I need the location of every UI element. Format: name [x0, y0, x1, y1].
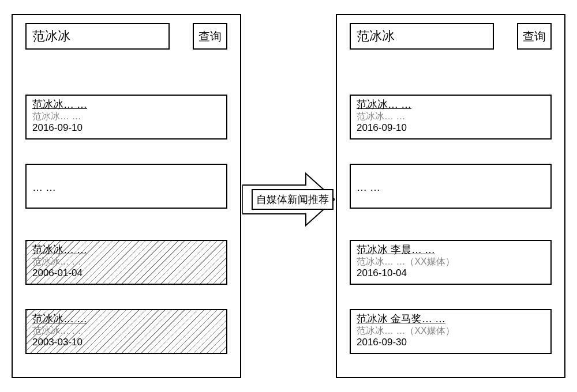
result-date: 2006-01-04 — [32, 267, 220, 279]
result-subtitle: 范冰冰… … — [357, 111, 545, 122]
result-title: 范冰冰… … — [32, 312, 220, 325]
result-subtitle: 范冰冰… …（XX媒体） — [357, 256, 545, 267]
result-date: 2016-09-10 — [32, 122, 220, 134]
result-card-ellipsis: … … — [25, 164, 227, 209]
ellipsis-text: … … — [32, 167, 220, 208]
result-date: 2016-09-10 — [357, 122, 545, 134]
result-title: 范冰冰… … — [32, 98, 220, 111]
panel-before: 范冰冰 查询 范冰冰… … 范冰冰… … 2016-09-10 … … 范冰冰…… — [12, 14, 241, 378]
result-card-stale[interactable]: 范冰冰… … 范冰冰… … 2006-01-04 — [25, 240, 227, 285]
result-title: 范冰冰… … — [32, 243, 220, 256]
transition-arrow: 自媒体新闻推荐 — [242, 171, 335, 228]
result-date: 2003-03-10 — [32, 337, 220, 348]
result-title: 范冰冰 金马奖… … — [357, 312, 545, 325]
result-subtitle: 范冰冰… … — [32, 256, 220, 267]
result-card[interactable]: 范冰冰… … 范冰冰… … 2016-09-10 — [25, 95, 227, 140]
result-card-ellipsis: … … — [350, 164, 552, 209]
search-row: 范冰冰 查询 — [350, 23, 552, 50]
result-card-stale[interactable]: 范冰冰… … 范冰冰… … 2003-03-10 — [25, 309, 227, 354]
arrow-label: 自媒体新闻推荐 — [252, 189, 334, 210]
result-title: 范冰冰 李晨… … — [357, 243, 545, 256]
search-row: 范冰冰 查询 — [25, 23, 227, 50]
result-subtitle: 范冰冰… … — [32, 325, 220, 337]
search-button[interactable]: 查询 — [193, 23, 227, 50]
result-subtitle: 范冰冰… … — [32, 111, 220, 122]
search-input[interactable]: 范冰冰 — [350, 23, 494, 50]
result-title: 范冰冰… … — [357, 98, 545, 111]
search-input[interactable]: 范冰冰 — [25, 23, 170, 50]
result-card-recommended[interactable]: 范冰冰 李晨… … 范冰冰… …（XX媒体） 2016-10-04 — [350, 240, 552, 285]
result-card-recommended[interactable]: 范冰冰 金马奖… … 范冰冰… …（XX媒体） 2016-09-30 — [350, 309, 552, 354]
result-date: 2016-09-30 — [357, 337, 545, 348]
result-card[interactable]: 范冰冰… … 范冰冰… … 2016-09-10 — [350, 95, 552, 140]
panel-after: 范冰冰 查询 范冰冰… … 范冰冰… … 2016-09-10 … … 范冰冰 … — [336, 14, 565, 378]
search-button[interactable]: 查询 — [517, 23, 552, 50]
result-subtitle: 范冰冰… …（XX媒体） — [357, 325, 545, 337]
result-date: 2016-10-04 — [357, 267, 545, 279]
ellipsis-text: … … — [357, 167, 545, 208]
